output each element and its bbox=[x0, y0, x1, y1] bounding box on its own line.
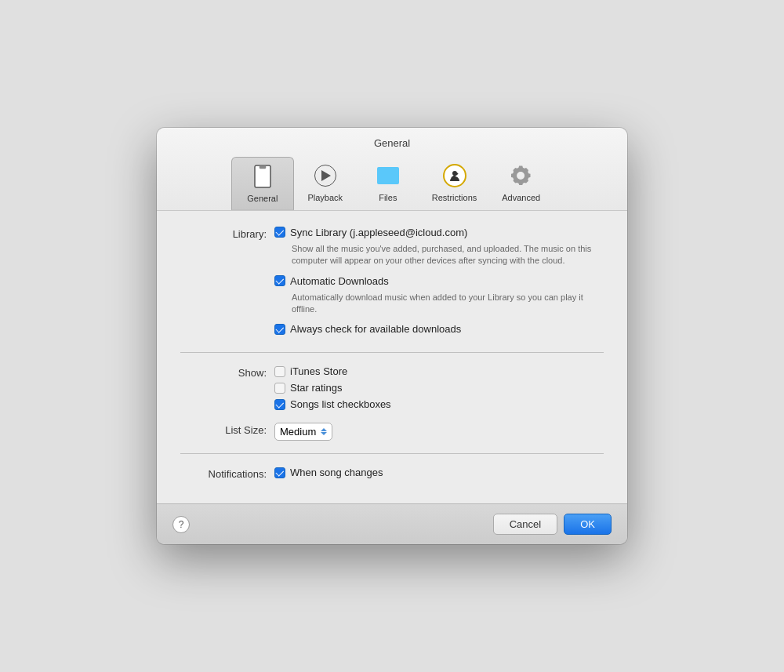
songs-list-checkbox[interactable] bbox=[274, 399, 285, 410]
bottom-bar: ? Cancel OK bbox=[157, 503, 627, 544]
tab-playback-label: Playback bbox=[307, 193, 343, 202]
show-row: Show: iTunes Store Star ratings Songs li… bbox=[180, 365, 604, 415]
ok-button[interactable]: OK bbox=[564, 514, 612, 535]
tab-restrictions[interactable]: Restrictions bbox=[419, 157, 489, 210]
itunes-store-checkbox[interactable] bbox=[274, 366, 285, 377]
songs-list-label: Songs list checkboxes bbox=[290, 398, 391, 410]
always-check-label: Always check for available downloads bbox=[290, 323, 461, 335]
help-icon: ? bbox=[179, 519, 184, 530]
when-song-label: When song changes bbox=[290, 467, 383, 478]
tab-general[interactable]: General bbox=[231, 157, 294, 210]
select-arrows bbox=[321, 428, 327, 435]
arrow-down-icon bbox=[321, 432, 327, 435]
button-group: Cancel OK bbox=[493, 514, 612, 535]
sync-library-checkbox[interactable] bbox=[274, 227, 285, 238]
divider-1 bbox=[180, 352, 604, 353]
restrictions-icon bbox=[441, 162, 469, 190]
sync-library-row: Sync Library (j.appleseed@icloud.com) bbox=[274, 227, 604, 238]
tab-files-label: Files bbox=[379, 193, 397, 202]
itunes-store-label: iTunes Store bbox=[290, 365, 347, 377]
library-label: Library: bbox=[180, 227, 274, 240]
cancel-button[interactable]: Cancel bbox=[493, 514, 557, 535]
star-ratings-checkbox[interactable] bbox=[274, 383, 285, 394]
title-bar: General General Playback bbox=[157, 128, 627, 211]
show-section: Show: iTunes Store Star ratings Songs li… bbox=[180, 365, 604, 441]
when-song-checkbox[interactable] bbox=[274, 467, 285, 478]
star-ratings-label: Star ratings bbox=[290, 382, 342, 394]
auto-downloads-description: Automatically download music when added … bbox=[292, 292, 604, 316]
playback-icon bbox=[311, 162, 339, 190]
list-size-row: List Size: Medium bbox=[180, 423, 604, 441]
show-label: Show: bbox=[180, 365, 274, 379]
list-size-value: Medium bbox=[280, 426, 316, 438]
content-area: Library: Sync Library (j.appleseed@iclou… bbox=[157, 211, 627, 504]
list-size-content: Medium bbox=[274, 423, 604, 441]
notifications-content: When song changes bbox=[274, 467, 604, 483]
svg-rect-1 bbox=[260, 165, 266, 169]
list-size-label: List Size: bbox=[180, 423, 274, 436]
when-song-row: When song changes bbox=[274, 467, 604, 478]
notifications-row: Notifications: When song changes bbox=[180, 467, 604, 483]
sync-library-label: Sync Library (j.appleseed@icloud.com) bbox=[290, 227, 467, 238]
arrow-up-icon bbox=[321, 428, 327, 431]
auto-downloads-checkbox[interactable] bbox=[274, 275, 285, 286]
itunes-store-row: iTunes Store bbox=[274, 365, 604, 377]
tab-playback[interactable]: Playback bbox=[294, 157, 357, 210]
library-row: Library: Sync Library (j.appleseed@iclou… bbox=[180, 227, 604, 340]
preferences-dialog: General General Playback bbox=[157, 128, 627, 545]
tab-general-label: General bbox=[247, 194, 278, 203]
always-check-checkbox[interactable] bbox=[274, 324, 285, 335]
auto-downloads-label: Automatic Downloads bbox=[290, 275, 389, 287]
sync-library-description: Show all the music you've added, purchas… bbox=[292, 243, 604, 267]
star-ratings-row: Star ratings bbox=[274, 382, 604, 394]
tab-files[interactable]: Files bbox=[357, 157, 419, 210]
list-size-select[interactable]: Medium bbox=[274, 423, 332, 441]
tab-advanced[interactable]: Advanced bbox=[489, 157, 553, 210]
tab-advanced-label: Advanced bbox=[502, 193, 540, 202]
tab-restrictions-label: Restrictions bbox=[432, 193, 477, 202]
general-icon bbox=[249, 162, 277, 191]
songs-list-row: Songs list checkboxes bbox=[274, 398, 604, 410]
show-content: iTunes Store Star ratings Songs list che… bbox=[274, 365, 604, 415]
dialog-title: General bbox=[157, 137, 627, 149]
help-button[interactable]: ? bbox=[172, 516, 190, 533]
library-section: Library: Sync Library (j.appleseed@iclou… bbox=[180, 227, 604, 340]
auto-downloads-row: Automatic Downloads bbox=[274, 275, 604, 287]
advanced-icon bbox=[507, 162, 535, 190]
library-content: Sync Library (j.appleseed@icloud.com) Sh… bbox=[274, 227, 604, 340]
divider-2 bbox=[180, 453, 604, 454]
notifications-label: Notifications: bbox=[180, 467, 274, 480]
files-icon bbox=[374, 162, 402, 190]
notifications-section: Notifications: When song changes bbox=[180, 467, 604, 483]
always-check-row: Always check for available downloads bbox=[274, 323, 604, 335]
toolbar: General Playback Files bbox=[157, 157, 627, 210]
